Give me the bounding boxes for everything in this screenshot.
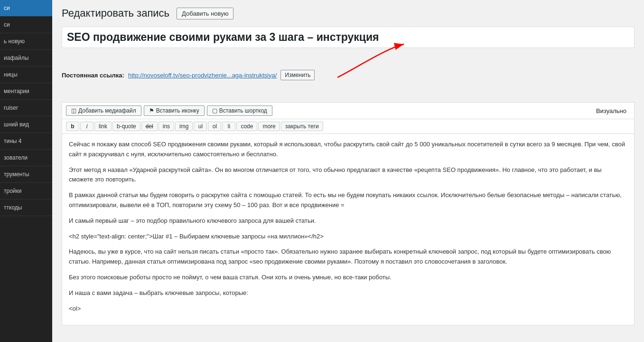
sidebar-item-settings[interactable]: тройки — [0, 183, 52, 200]
sidebar-item-2[interactable]: ь новую — [0, 33, 52, 50]
permalink-bar: Постоянная ссылка: http://novoseloff.tv/… — [62, 54, 635, 96]
sidebar-item-users[interactable]: зователи — [0, 150, 52, 166]
post-title-input[interactable] — [62, 27, 635, 48]
main-content: Редактировать запись Добавить новую Пост… — [52, 0, 644, 342]
shortcode-icon: ▢ — [212, 107, 217, 114]
format-ol[interactable]: ol — [208, 122, 221, 131]
sidebar-item-0[interactable]: си — [0, 0, 52, 17]
content-para-8: И наша с вами задача – выбрать ключевые … — [69, 288, 627, 298]
sidebar-item-cruiser[interactable]: ruiser — [0, 100, 52, 116]
sidebar-item-appearance[interactable]: шний вид — [0, 116, 52, 133]
sidebar-item-1[interactable]: си — [0, 17, 52, 33]
insert-shortcode-button[interactable]: ▢ Вставить шорткод — [207, 105, 272, 116]
format-code[interactable]: code — [236, 122, 257, 131]
content-para-5: <h2 style="text-align: center;">Шаг #1 –… — [69, 232, 627, 242]
content-para-7: Без этого поисковые роботы просто не пой… — [69, 273, 627, 283]
sidebar-item-comments[interactable]: ментарии — [0, 83, 52, 100]
content-para-2: Этот метод я назвал «Ударной раскруткой … — [69, 165, 627, 185]
sidebar-item-shortcodes[interactable]: тткоды — [0, 200, 52, 216]
format-img[interactable]: img — [175, 122, 193, 131]
add-new-button[interactable]: Добавить новую — [177, 8, 233, 19]
format-ul[interactable]: ul — [194, 122, 207, 131]
format-close-tags[interactable]: закрыть теги — [281, 122, 323, 131]
format-link[interactable]: link — [94, 122, 112, 131]
editor-content[interactable]: Сейчас я покажу вам способ SEO продвижен… — [62, 133, 635, 325]
format-more[interactable]: more — [258, 122, 280, 131]
sidebar: си си ь новую иафайлы ницы ментарии ruis… — [0, 0, 52, 342]
sidebar-item-media[interactable]: иафайлы — [0, 50, 52, 66]
permalink-link[interactable]: http://novoseloff.tv/seo-prodvizhenie...… — [128, 72, 277, 79]
sidebar-item-pages[interactable]: ницы — [0, 66, 52, 83]
add-media-icon: ◫ — [71, 107, 76, 114]
editor-wrapper: ◫ Добавить медиафайл ⚑ Вставить иконку ▢… — [62, 102, 635, 325]
format-bar: b i link b-quote del ins img ul ol li co… — [62, 119, 635, 133]
editor-toolbar: ◫ Добавить медиафайл ⚑ Вставить иконку ▢… — [62, 102, 635, 119]
flag-icon: ⚑ — [149, 107, 154, 114]
content-para-4: И самый первый шаг – это подбор правильн… — [69, 216, 627, 226]
page-title: Редактировать запись — [62, 7, 169, 19]
format-ins[interactable]: ins — [159, 122, 174, 131]
format-li[interactable]: li — [222, 122, 235, 131]
format-bquote[interactable]: b-quote — [112, 122, 140, 131]
permalink-label: Постоянная ссылка: — [62, 72, 124, 79]
format-italic[interactable]: i — [80, 122, 93, 131]
add-media-button[interactable]: ◫ Добавить медиафайл — [66, 105, 141, 116]
sidebar-item-plugins[interactable]: тины 4 — [0, 133, 52, 150]
format-bold[interactable]: b — [66, 122, 79, 131]
change-permalink-button[interactable]: Изменить — [280, 70, 315, 80]
page-header: Редактировать запись Добавить новую — [62, 7, 635, 19]
content-para-9: <ol> — [69, 304, 627, 314]
content-para-1: Сейчас я покажу вам способ SEO продвижен… — [69, 140, 627, 160]
sidebar-item-tools[interactable]: трументы — [0, 166, 52, 183]
visual-tab-button[interactable]: Визуально — [592, 106, 630, 116]
content-para-6: Надеюсь, вы уже в курсе, что на сайт нел… — [69, 247, 627, 267]
insert-icon-button[interactable]: ⚑ Вставить иконку — [144, 105, 205, 116]
format-del[interactable]: del — [141, 122, 158, 131]
content-para-3: В рамках данной статьи мы будем говорить… — [69, 190, 627, 210]
